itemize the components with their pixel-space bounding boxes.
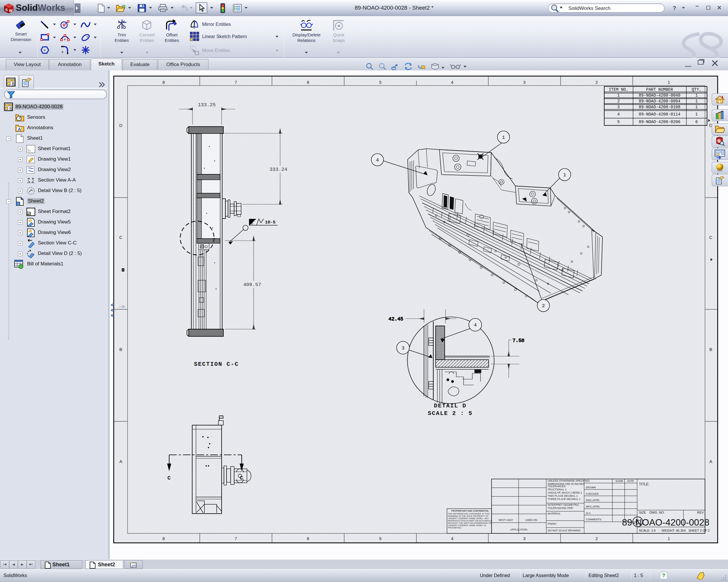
svg-text:FRACTIONAL 1: FRACTIONAL 1 [548, 488, 566, 491]
svg-text:409.57: 409.57 [243, 282, 261, 287]
svg-text:B: B [120, 347, 122, 352]
svg-text:FINISH: FINISH [548, 522, 556, 525]
svg-text:WEIGHT: 45.354: WEIGHT: 45.354 [661, 529, 686, 532]
svg-text:3: 3 [617, 105, 620, 109]
svg-text:3: 3 [401, 345, 405, 351]
svg-text:PROPRIETARY AND CONFIDENTIAL: PROPRIETARY AND CONFIDENTIAL [451, 509, 489, 512]
svg-text:TITLE:: TITLE: [639, 482, 649, 486]
svg-text:DETAIL D: DETAIL D [434, 403, 467, 409]
svg-text:8: 8 [162, 80, 165, 85]
svg-text:6: 6 [307, 80, 309, 85]
svg-text:1: 1 [695, 93, 698, 98]
svg-text:DRAWN: DRAWN [586, 486, 596, 489]
svg-text:1: 1 [695, 99, 698, 104]
svg-text:ANGULAR: MACH 1 BEND 1: ANGULAR: MACH 1 BEND 1 [548, 491, 582, 494]
svg-text:1: 1 [668, 80, 670, 85]
svg-text:TWO PLACE DECIMAL 1: TWO PLACE DECIMAL 1 [548, 494, 578, 497]
svg-text:REV: REV [697, 511, 704, 514]
svg-text:7: 7 [235, 80, 237, 85]
svg-text:ITEM NO.: ITEM NO. [608, 87, 628, 92]
svg-text:COMMENTS:: COMMENTS: [586, 518, 602, 521]
svg-text:DWG. NO.: DWG. NO. [649, 511, 665, 514]
svg-text:7.58: 7.58 [513, 338, 524, 343]
svg-text:89-NOAO-4200-0114: 89-NOAO-4200-0114 [639, 112, 680, 117]
svg-text:SECTION C-C: SECTION C-C [194, 361, 239, 367]
svg-text:89-NOAO-4200-0094: 89-NOAO-4200-0094 [639, 99, 680, 104]
svg-text:THREE PLACE DECIMAL 1: THREE PLACE DECIMAL 1 [548, 498, 580, 501]
svg-text:W: W [9, 8, 13, 13]
svg-text:S: S [5, 7, 8, 12]
svg-text:10-5: 10-5 [265, 220, 276, 225]
svg-text:7: 7 [235, 536, 237, 541]
svg-text:TOLERANCES:: TOLERANCES: [548, 485, 566, 488]
svg-text:5: 5 [379, 80, 382, 85]
svg-text:1: 1 [695, 112, 698, 117]
svg-text:4: 4 [617, 112, 620, 117]
svg-text:SHEET 2 OF 2: SHEET 2 OF 2 [688, 529, 710, 532]
svg-text:2: 2 [596, 80, 598, 85]
svg-text:2: 2 [596, 536, 598, 541]
svg-text:USED ON: USED ON [525, 519, 537, 522]
svg-text:A: A [709, 459, 712, 464]
svg-text:C: C [635, 518, 640, 526]
svg-text:4: 4 [474, 323, 477, 328]
svg-text:89-NOAO-4200-0108: 89-NOAO-4200-0108 [639, 105, 680, 109]
svg-text:×: × [86, 35, 88, 39]
svg-text:1: 1 [563, 172, 566, 178]
svg-text:MFG APPR.: MFG APPR. [586, 505, 600, 508]
svg-text:4: 4 [451, 536, 453, 541]
svg-text:NEXT ASSY: NEXT ASSY [498, 519, 513, 522]
svg-text:+: + [61, 50, 64, 54]
svg-text:Q.A.: Q.A. [586, 511, 591, 515]
svg-text:+: + [63, 37, 66, 42]
svg-text:A: A [120, 459, 122, 464]
svg-text:CHECKED: CHECKED [586, 492, 599, 495]
svg-text:INTERPRET GEOMETRIC: INTERPRET GEOMETRIC [548, 503, 579, 506]
svg-text:DO NOT SCALE DRAWING: DO NOT SCALE DRAWING [548, 529, 581, 532]
svg-text:C: C [709, 235, 712, 240]
svg-text:SCALE: 1:5: SCALE: 1:5 [639, 529, 655, 532]
svg-text:SIZE: SIZE [639, 511, 646, 514]
svg-text:3: 3 [523, 80, 526, 85]
svg-text:SCALE 2 : 5: SCALE 2 : 5 [428, 410, 473, 417]
svg-text:DATE: DATE [627, 479, 634, 482]
svg-text:C: C [167, 475, 171, 481]
svg-text:42.45: 42.45 [388, 316, 403, 322]
svg-text:1: 1 [668, 536, 670, 541]
svg-text:2: 2 [617, 99, 620, 104]
svg-text:1: 1 [617, 93, 620, 98]
svg-text:2: 2 [251, 221, 253, 225]
svg-text:8: 8 [162, 536, 165, 541]
svg-text:133.25: 133.25 [198, 102, 215, 108]
svg-text:PROHIBITED.: PROHIBITED. [448, 526, 462, 529]
svg-text:6: 6 [695, 119, 698, 124]
svg-text:89-NOAO-4200-0040: 89-NOAO-4200-0040 [639, 93, 680, 98]
svg-text:APPLICATION: APPLICATION [510, 528, 527, 531]
svg-text:A: A [18, 127, 21, 132]
svg-text:4: 4 [376, 158, 379, 163]
svg-text:5: 5 [617, 119, 620, 124]
svg-text:TOLERANCING PER:: TOLERANCING PER: [548, 507, 573, 509]
svg-text:UNLESS OTHERWISE SPECIFIED:: UNLESS OTHERWISE SPECIFIED: [548, 479, 590, 482]
svg-text:+: + [43, 48, 46, 52]
svg-text:89-NOAO-4200-0206: 89-NOAO-4200-0206 [639, 119, 680, 124]
svg-text:MATERIAL: MATERIAL [548, 512, 561, 515]
svg-text:ENG APPR.: ENG APPR. [586, 499, 600, 502]
svg-text:1: 1 [695, 105, 698, 109]
svg-text:333.24: 333.24 [269, 167, 287, 172]
svg-text:6: 6 [307, 536, 309, 541]
svg-text:2: 2 [542, 303, 545, 309]
svg-text:3: 3 [523, 536, 526, 541]
svg-text:C: C [120, 235, 123, 240]
svg-text:1: 1 [502, 135, 505, 140]
svg-text:C: C [240, 475, 243, 481]
svg-text:PART NUMBER: PART NUMBER [646, 87, 673, 92]
svg-text:B: B [709, 347, 712, 352]
svg-text:5: 5 [379, 536, 382, 541]
svg-text:QTY.: QTY. [692, 87, 702, 92]
svg-text:NAME: NAME [616, 479, 623, 482]
svg-text:D: D [120, 123, 123, 128]
svg-text:4: 4 [451, 80, 453, 85]
